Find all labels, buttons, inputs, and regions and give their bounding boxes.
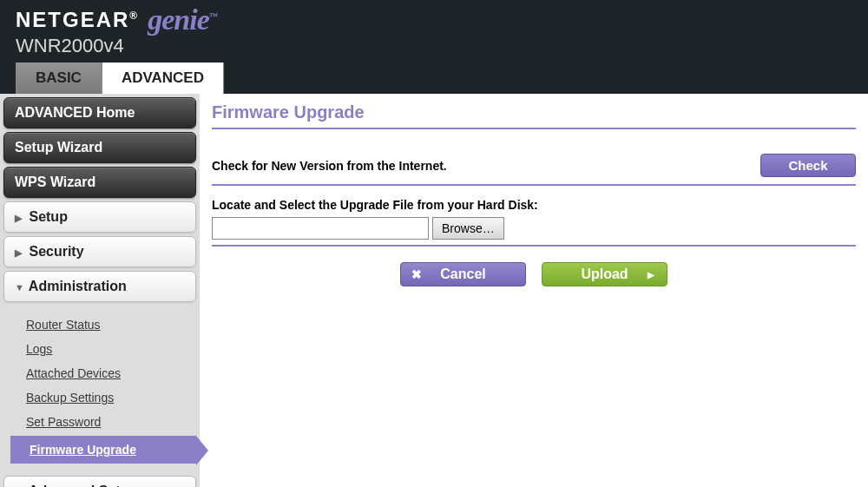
- divider: [212, 245, 856, 247]
- registered-mark: ®: [129, 10, 139, 22]
- sidebar-group-label: Administration: [29, 279, 127, 293]
- netgear-logo: NETGEAR®: [16, 8, 139, 32]
- browse-button[interactable]: Browse…: [432, 217, 504, 240]
- tabs-row: BASIC ADVANCED: [0, 63, 868, 94]
- genie-logo: genie™: [148, 3, 217, 36]
- trademark-mark: ™: [209, 11, 217, 21]
- close-icon: ✖: [411, 267, 422, 281]
- divider: [212, 184, 856, 186]
- sidebar-group-administration[interactable]: ▼ Administration: [3, 271, 196, 302]
- tab-advanced[interactable]: ADVANCED: [102, 62, 224, 94]
- sidebar-group-label: Advanced Setup: [29, 484, 137, 487]
- cancel-button-label: Cancel: [440, 267, 485, 282]
- sidebar-setup-wizard[interactable]: Setup Wizard: [3, 132, 196, 163]
- header-bar: NETGEAR® genie™ WNR2000v4: [0, 0, 868, 63]
- check-version-label: Check for New Version from the Internet.: [212, 159, 447, 173]
- upload-button[interactable]: Upload ▶: [542, 262, 667, 286]
- content-area: Firmware Upgrade Check for New Version f…: [200, 94, 868, 487]
- check-button[interactable]: Check: [760, 154, 856, 177]
- sidebar-group-label: Setup: [29, 209, 67, 224]
- sidebar-group-label: Security: [29, 244, 83, 259]
- sidebar-item-set-password[interactable]: Set Password: [26, 410, 196, 434]
- divider: [212, 128, 856, 129]
- cancel-button[interactable]: ✖ Cancel: [400, 262, 526, 286]
- chevron-right-icon: ▶: [648, 270, 654, 280]
- submenu-administration: Router Status Logs Attached Devices Back…: [3, 306, 196, 476]
- model-label: WNR2000v4: [16, 35, 852, 57]
- upgrade-file-input[interactable]: [212, 217, 429, 240]
- upload-button-label: Upload: [581, 267, 628, 282]
- sidebar-item-router-status[interactable]: Router Status: [26, 313, 196, 337]
- chevron-right-icon: ▶: [15, 213, 25, 224]
- sidebar-group-advanced-setup[interactable]: ▶ Advanced Setup: [3, 476, 196, 487]
- sidebar-wps-wizard[interactable]: WPS Wizard: [3, 167, 196, 198]
- locate-file-label: Locate and Select the Upgrade File from …: [212, 198, 856, 212]
- tab-basic[interactable]: BASIC: [16, 62, 102, 94]
- sidebar-item-logs[interactable]: Logs: [26, 337, 196, 361]
- sidebar-item-backup-settings[interactable]: Backup Settings: [26, 385, 196, 410]
- sidebar-advanced-home[interactable]: ADVANCED Home: [3, 97, 196, 128]
- chevron-right-icon: ▶: [15, 247, 25, 259]
- sidebar-item-attached-devices[interactable]: Attached Devices: [26, 361, 196, 385]
- sidebar-item-firmware-upgrade[interactable]: Firmware Upgrade: [10, 436, 196, 464]
- sidebar-group-setup[interactable]: ▶ Setup: [3, 201, 196, 233]
- chevron-down-icon: ▼: [15, 282, 25, 293]
- page-title: Firmware Upgrade: [212, 102, 856, 128]
- sidebar-group-security[interactable]: ▶ Security: [3, 236, 196, 267]
- sidebar: ADVANCED Home Setup Wizard WPS Wizard ▶ …: [0, 94, 200, 487]
